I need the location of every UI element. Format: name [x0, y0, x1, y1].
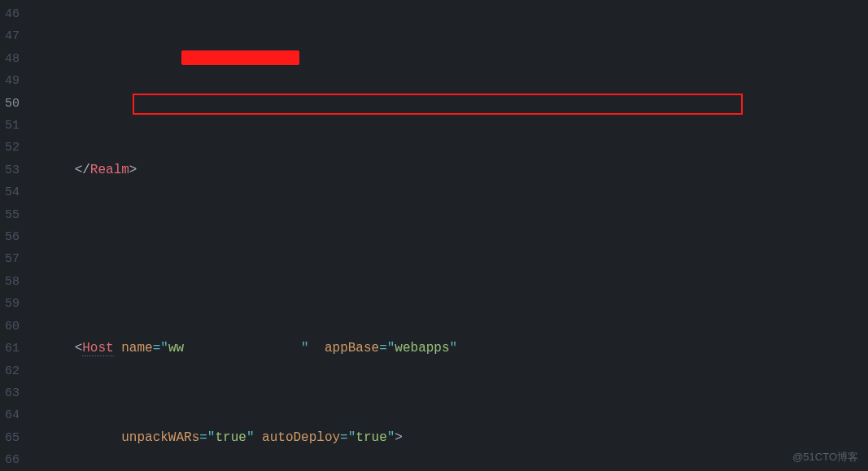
code-line[interactable]: unpackWARs="true" autoDeploy="true"> [28, 427, 868, 449]
line-number: 52 [5, 137, 20, 159]
code-area[interactable]: </Realm> <Host name="ww " appBase="webap… [28, 0, 868, 471]
line-number: 49 [5, 70, 20, 92]
line-number: 63 [5, 382, 20, 404]
line-number: 66 [5, 449, 20, 471]
highlight-box [133, 94, 743, 115]
line-number: 50 [5, 93, 20, 115]
watermark: @51CTO博客 [792, 450, 858, 464]
line-number: 47 [5, 25, 20, 47]
line-number: 65 [5, 427, 20, 449]
line-number: 64 [5, 404, 20, 426]
code-editor[interactable]: 46 47 48 49 50 51 52 53 54 55 56 57 58 5… [0, 0, 868, 471]
code-line[interactable]: <Host name="ww " appBase="webapps" [28, 338, 868, 360]
line-number: 55 [5, 204, 20, 226]
line-number: 53 [5, 159, 20, 181]
code-line[interactable] [28, 248, 868, 270]
line-number: 48 [5, 48, 20, 70]
line-number: 57 [5, 248, 20, 270]
line-number: 59 [5, 293, 20, 315]
line-number: 60 [5, 316, 20, 338]
line-number: 61 [5, 338, 20, 360]
line-number: 51 [5, 115, 20, 137]
line-number: 54 [5, 181, 20, 203]
redaction-bar [181, 50, 299, 65]
line-number: 46 [5, 3, 20, 25]
line-number: 58 [5, 271, 20, 293]
line-number-gutter: 46 47 48 49 50 51 52 53 54 55 56 57 58 5… [0, 0, 28, 471]
line-number: 56 [5, 226, 20, 248]
line-number: 62 [5, 360, 20, 382]
code-line[interactable]: </Realm> [28, 159, 868, 181]
